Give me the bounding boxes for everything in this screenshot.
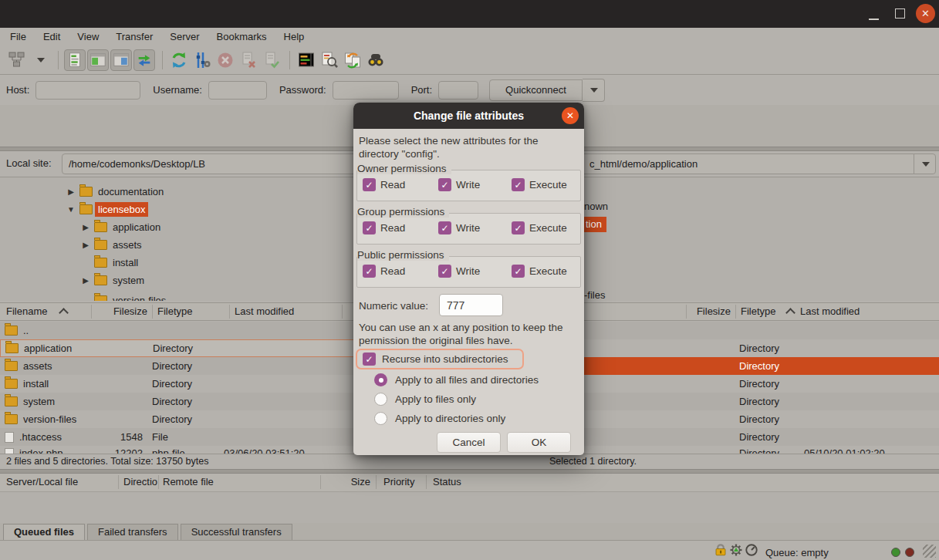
checkbox-checked-icon[interactable]: ✓ (512, 265, 525, 278)
tree-item-fragment[interactable]: -files (584, 288, 605, 301)
column-status[interactable]: Status (433, 474, 461, 491)
expander-icon[interactable]: ▶ (66, 187, 76, 196)
table-row[interactable]: Directory (545, 375, 939, 393)
table-row-selected[interactable]: Directory (541, 357, 939, 375)
column-filetype[interactable]: Filetype (157, 303, 193, 320)
checkbox-checked-icon[interactable]: ✓ (363, 221, 376, 234)
quickconnect-button[interactable]: Quickconnect (489, 79, 583, 101)
remote-site-dropdown-icon[interactable] (914, 153, 936, 174)
close-button[interactable]: ✕ (916, 4, 935, 23)
tree-item-assets[interactable]: ▶ assets (81, 236, 142, 254)
toggle-remote-tree-icon[interactable] (110, 49, 132, 71)
radio-apply-files-only[interactable]: Apply to files only (374, 393, 476, 406)
toggle-message-log-icon[interactable] (64, 49, 86, 71)
radio-unselected-icon[interactable] (374, 393, 387, 406)
tree-item-fragment-selected[interactable]: tion (584, 217, 606, 232)
public-read-checkbox[interactable]: ✓ Read (363, 265, 405, 278)
checkbox-checked-icon[interactable]: ✓ (363, 178, 376, 191)
cancel-button[interactable]: Cancel (437, 432, 501, 453)
minimize-button[interactable] (869, 19, 879, 20)
reconnect-icon[interactable] (261, 49, 282, 71)
site-manager-dropdown-icon[interactable] (29, 49, 51, 71)
tab-successful-transfers[interactable]: Successful transfers (181, 524, 292, 540)
numeric-value-input[interactable] (439, 294, 503, 316)
group-write-checkbox[interactable]: ✓ Write (438, 221, 480, 234)
quickconnect-dropdown-icon[interactable] (583, 79, 605, 102)
column-priority[interactable]: Priority (383, 474, 414, 491)
checkbox-checked-icon[interactable]: ✓ (438, 178, 451, 191)
table-row[interactable]: Directory 05/10/20 01:02:20 (545, 446, 939, 454)
port-input[interactable] (438, 81, 478, 100)
dialog-close-icon[interactable]: ✕ (562, 107, 579, 124)
column-filesize[interactable]: Filesize (101, 303, 147, 320)
column-direction[interactable]: Directio (123, 474, 157, 491)
group-execute-checkbox[interactable]: ✓ Execute (512, 221, 567, 234)
tree-item-install[interactable]: install (81, 254, 138, 272)
column-last-modified[interactable]: Last modified (235, 303, 294, 320)
site-manager-icon[interactable] (6, 49, 28, 71)
column-remote-file[interactable]: Remote file (163, 474, 214, 491)
synchronized-browsing-icon[interactable] (342, 49, 363, 71)
checkbox-checked-icon[interactable]: ✓ (438, 265, 451, 278)
menu-bookmarks[interactable]: Bookmarks (208, 28, 275, 46)
find-files-icon[interactable] (365, 49, 387, 71)
table-row[interactable]: Directory (545, 428, 939, 446)
tree-item-fragment[interactable]: nown (584, 199, 608, 214)
owner-execute-checkbox[interactable]: ✓ Execute (512, 178, 567, 191)
username-input[interactable] (208, 81, 267, 100)
column-filesize[interactable]: Filesize (692, 303, 731, 320)
password-input[interactable] (333, 81, 399, 100)
public-execute-checkbox[interactable]: ✓ Execute (512, 265, 567, 278)
cancel-operation-icon[interactable] (214, 49, 236, 71)
table-row[interactable]: Directory (545, 410, 939, 428)
column-filetype[interactable]: Filetype (741, 303, 776, 320)
lock-icon[interactable] (714, 543, 728, 559)
menu-edit[interactable]: Edit (35, 28, 69, 46)
column-server-local-file[interactable]: Server/Local file (6, 474, 78, 491)
tab-queued-files[interactable]: Queued files (3, 524, 85, 540)
group-read-checkbox[interactable]: ✓ Read (363, 221, 405, 234)
radio-selected-icon[interactable] (374, 373, 387, 386)
tree-item-version-files[interactable]: version-files (81, 292, 166, 301)
tab-failed-transfers[interactable]: Failed transfers (87, 524, 178, 540)
expander-icon[interactable]: ▼ (66, 205, 76, 214)
radio-unselected-icon[interactable] (374, 412, 387, 425)
tree-item-licensebox[interactable]: ▼ licensebox (66, 201, 148, 218)
radio-apply-all[interactable]: Apply to all files and directories (374, 373, 539, 386)
tree-item-application[interactable]: ▶ application (81, 218, 160, 236)
checkbox-checked-icon[interactable]: ✓ (363, 353, 376, 366)
directory-comparison-icon[interactable] (319, 49, 340, 71)
public-write-checkbox[interactable]: ✓ Write (438, 265, 480, 278)
column-size[interactable]: Size (333, 474, 370, 491)
checkbox-checked-icon[interactable]: ✓ (438, 221, 451, 234)
owner-read-checkbox[interactable]: ✓ Read (363, 178, 405, 191)
menu-transfer[interactable]: Transfer (107, 28, 161, 46)
speed-limits-gear-icon[interactable] (729, 543, 743, 559)
recurse-into-subdirectories-checkbox[interactable]: ✓ Recurse into subdirectories (356, 349, 524, 369)
tree-item-documentation[interactable]: ▶ documentation (66, 183, 164, 201)
table-row[interactable] (545, 322, 939, 339)
table-row[interactable]: Directory (545, 339, 939, 357)
expander-icon[interactable]: ▶ (81, 276, 90, 285)
column-filename[interactable]: Filename (6, 303, 47, 320)
disconnect-icon[interactable] (238, 49, 259, 71)
radio-apply-directories-only[interactable]: Apply to directories only (374, 412, 505, 425)
owner-write-checkbox[interactable]: ✓ Write (438, 178, 480, 191)
expander-icon[interactable]: ▶ (81, 223, 90, 231)
bandwidth-gauge-icon[interactable] (745, 543, 758, 559)
toggle-local-tree-icon[interactable] (87, 49, 109, 71)
expander-icon[interactable]: ▶ (81, 241, 90, 249)
toggle-transfer-queue-icon[interactable] (133, 49, 155, 71)
menu-help[interactable]: Help (275, 28, 313, 46)
maximize-button[interactable] (895, 8, 905, 19)
menu-file[interactable]: File (2, 28, 35, 46)
remote-site-path-input[interactable] (546, 153, 914, 174)
host-input[interactable] (35, 81, 140, 100)
menu-server[interactable]: Server (161, 28, 208, 46)
process-queue-icon[interactable] (191, 49, 213, 71)
menu-view[interactable]: View (69, 28, 107, 46)
checkbox-checked-icon[interactable]: ✓ (512, 178, 525, 191)
refresh-icon[interactable] (168, 49, 190, 71)
table-row[interactable]: Directory (545, 393, 939, 410)
checkbox-checked-icon[interactable]: ✓ (363, 265, 376, 278)
